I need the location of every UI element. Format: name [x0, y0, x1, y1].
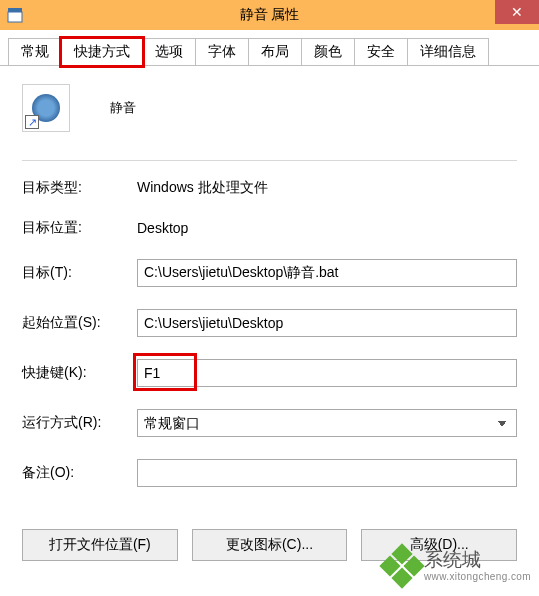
open-file-location-button[interactable]: 打开文件位置(F) [22, 529, 178, 561]
tab-font[interactable]: 字体 [195, 38, 249, 65]
row-comment: 备注(O): [22, 459, 517, 487]
app-header: ↗ 静音 [22, 84, 517, 132]
comment-input[interactable] [137, 459, 517, 487]
row-target-type: 目标类型: Windows 批处理文件 [22, 179, 517, 197]
run-mode-label: 运行方式(R): [22, 414, 137, 432]
target-input[interactable] [137, 259, 517, 287]
svg-rect-0 [8, 12, 22, 22]
close-button[interactable]: ✕ [495, 0, 539, 24]
titlebar: 静音 属性 ✕ [0, 0, 539, 30]
row-startin: 起始位置(S): [22, 309, 517, 337]
target-type-label: 目标类型: [22, 179, 137, 197]
tab-options[interactable]: 选项 [142, 38, 196, 65]
target-location-label: 目标位置: [22, 219, 137, 237]
window-title: 静音 属性 [240, 6, 300, 24]
change-icon-button[interactable]: 更改图标(C)... [192, 529, 348, 561]
row-run-mode: 运行方式(R): 常规窗口 [22, 409, 517, 437]
shortcut-overlay-icon: ↗ [25, 115, 39, 129]
startin-input[interactable] [137, 309, 517, 337]
button-row: 打开文件位置(F) 更改图标(C)... 高级(D)... [0, 529, 539, 561]
row-target: 目标(T): [22, 259, 517, 287]
tab-security[interactable]: 安全 [354, 38, 408, 65]
target-label: 目标(T): [22, 264, 137, 282]
tab-layout[interactable]: 布局 [248, 38, 302, 65]
tab-shortcut[interactable]: 快捷方式 [61, 38, 143, 66]
target-location-value: Desktop [137, 220, 517, 236]
advanced-button[interactable]: 高级(D)... [361, 529, 517, 561]
watermark-url: www.xitongcheng.com [424, 571, 531, 582]
run-mode-select[interactable]: 常规窗口 [137, 409, 517, 437]
app-icon: ↗ [22, 84, 70, 132]
divider [22, 160, 517, 161]
shortcut-key-input[interactable] [137, 359, 517, 387]
tab-details[interactable]: 详细信息 [407, 38, 489, 65]
tab-bar: 常规 快捷方式 选项 字体 布局 颜色 安全 详细信息 [0, 30, 539, 66]
close-icon: ✕ [511, 4, 523, 20]
comment-label: 备注(O): [22, 464, 137, 482]
shortcut-key-label: 快捷键(K): [22, 364, 137, 382]
window-icon [6, 6, 24, 24]
startin-label: 起始位置(S): [22, 314, 137, 332]
row-target-location: 目标位置: Desktop [22, 219, 517, 237]
row-shortcut-key: 快捷键(K): [22, 359, 517, 387]
tab-general[interactable]: 常规 [8, 38, 62, 65]
app-name: 静音 [110, 99, 136, 117]
target-type-value: Windows 批处理文件 [137, 179, 517, 197]
tab-color[interactable]: 颜色 [301, 38, 355, 65]
tab-content: ↗ 静音 目标类型: Windows 批处理文件 目标位置: Desktop 目… [0, 66, 539, 519]
svg-rect-1 [8, 8, 22, 12]
